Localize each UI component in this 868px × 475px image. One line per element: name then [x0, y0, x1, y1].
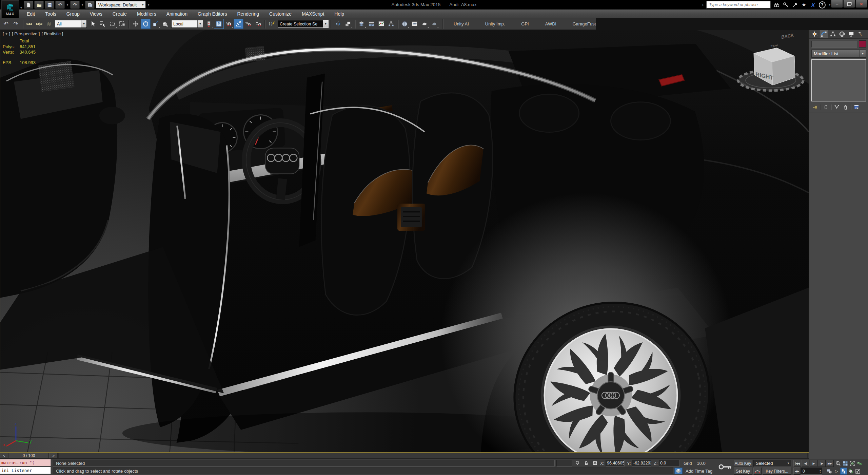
- y-coord-field[interactable]: -62.822937: [632, 460, 651, 467]
- rectangular-selection-region-button[interactable]: [107, 19, 117, 29]
- key-mode-toggle-button[interactable]: ◀▶: [793, 468, 800, 475]
- configure-modifier-sets-button[interactable]: [853, 104, 860, 111]
- infocenter-collapse-icon[interactable]: ▸: [702, 3, 704, 6]
- render-production-button[interactable]: [419, 19, 429, 29]
- field-of-view-button[interactable]: ▷: [833, 468, 840, 475]
- custom-button-awdi[interactable]: AWDi: [537, 21, 565, 26]
- app-menu-caret-icon[interactable]: ▼: [20, 6, 23, 10]
- reference-coordinate-dropdown[interactable]: Local ▼: [171, 20, 203, 28]
- auto-key-button[interactable]: Auto Key: [734, 460, 752, 467]
- z-coord-field[interactable]: 0.0: [659, 460, 680, 467]
- menu-animation[interactable]: Animation: [161, 10, 193, 18]
- menu-views[interactable]: Views: [85, 10, 107, 18]
- tab-utilities[interactable]: [856, 30, 865, 38]
- percent-snap-toggle-button[interactable]: %: [243, 19, 253, 29]
- search-binoculars-icon[interactable]: [773, 1, 780, 8]
- key-filter-scope-dropdown[interactable]: Selected ▼: [753, 460, 791, 467]
- viewcube-back-label[interactable]: BACK: [782, 34, 794, 40]
- angle-snap-toggle-button[interactable]: [234, 19, 243, 29]
- time-configuration-button[interactable]: [826, 468, 833, 475]
- keyboard-shortcut-override-button[interactable]: [214, 19, 224, 29]
- sign-in-key-icon[interactable]: [782, 1, 789, 8]
- edit-named-selection-sets-button[interactable]: { }: [267, 19, 277, 29]
- selection-filter-dropdown[interactable]: All ▼: [55, 20, 87, 28]
- make-unique-button[interactable]: [833, 104, 841, 111]
- viewport-scene-audi-a8[interactable]: [0, 30, 809, 452]
- viewcube-top-label[interactable]: TOP: [771, 44, 778, 48]
- object-color-swatch[interactable]: [859, 40, 866, 48]
- object-name-field[interactable]: [811, 41, 857, 48]
- set-key-button[interactable]: Set Key: [734, 468, 752, 475]
- search-input[interactable]: [708, 2, 769, 7]
- undo-history-caret-icon[interactable]: ▼: [66, 1, 69, 8]
- key-filters-button[interactable]: Key Filters...: [763, 468, 791, 475]
- next-frame-button[interactable]: >: [50, 453, 58, 458]
- render-iterative-button[interactable]: [429, 19, 439, 29]
- tab-motion[interactable]: [837, 30, 847, 38]
- open-file-button[interactable]: [34, 1, 44, 9]
- default-tangent-button[interactable]: [753, 468, 762, 475]
- search-field[interactable]: [706, 1, 771, 8]
- render-setup-button[interactable]: [400, 19, 410, 29]
- zoom-button[interactable]: [835, 460, 842, 467]
- menu-customize[interactable]: Customize: [264, 10, 297, 18]
- favorites-star-icon[interactable]: ★: [801, 1, 807, 8]
- zoom-all-button[interactable]: [842, 460, 849, 467]
- x-coord-field[interactable]: 96.486053: [606, 460, 625, 467]
- viewcube[interactable]: RIGHT BACK TOP: [734, 34, 809, 101]
- add-time-tag[interactable]: Add Time Tag: [686, 468, 712, 474]
- next-frame-playback-button[interactable]: |▶: [818, 460, 826, 467]
- redo-toolbar-button[interactable]: ↷: [11, 19, 21, 29]
- go-to-end-button[interactable]: ▶▶|: [826, 460, 834, 467]
- select-and-scale-button[interactable]: [151, 19, 160, 29]
- undo-button[interactable]: ↶: [55, 1, 65, 9]
- menu-maxscript[interactable]: MAXScript: [297, 10, 329, 18]
- perspective-viewport[interactable]: [ + ] [ Perspective ] [ Realistic ] Tota…: [0, 30, 809, 453]
- menu-modifiers[interactable]: Modifiers: [132, 10, 161, 18]
- menu-rendering[interactable]: Rendering: [232, 10, 264, 18]
- modifier-stack-list[interactable]: [811, 59, 866, 101]
- custom-button-gpi[interactable]: GPI: [513, 21, 537, 26]
- layer-manager-button[interactable]: [357, 19, 367, 29]
- selection-lock-icon[interactable]: [583, 460, 590, 467]
- spinner-snap-toggle-button[interactable]: [253, 19, 263, 29]
- orbit-button[interactable]: [847, 468, 854, 475]
- select-and-move-button[interactable]: [131, 19, 141, 29]
- mirror-button[interactable]: [333, 19, 343, 29]
- zoom-extents-selected-button[interactable]: [849, 460, 856, 467]
- help-icon[interactable]: ?: [819, 1, 826, 8]
- curve-editor-button[interactable]: [376, 19, 386, 29]
- qat-customize-caret-icon[interactable]: ▼: [147, 1, 150, 8]
- set-keys-button[interactable]: [717, 460, 733, 474]
- redo-history-caret-icon[interactable]: ▼: [81, 1, 84, 8]
- tab-hierarchy[interactable]: [828, 30, 837, 38]
- new-scene-button[interactable]: [24, 1, 33, 9]
- zoom-extents-all-button[interactable]: [856, 460, 863, 467]
- current-frame-field[interactable]: 0 ▲▼: [801, 468, 822, 475]
- tab-display[interactable]: [847, 30, 856, 38]
- modifier-list-dropdown[interactable]: Modifier List ▼: [811, 50, 866, 58]
- window-crossing-toggle-button[interactable]: [117, 19, 127, 29]
- workspace-selector[interactable]: Workspace: Default ▼: [96, 1, 146, 8]
- previous-frame-playback-button[interactable]: ◀|: [802, 460, 809, 467]
- remove-modifier-button[interactable]: [842, 104, 849, 111]
- align-button[interactable]: [343, 19, 353, 29]
- isolate-selection-toggle-icon[interactable]: [674, 468, 683, 474]
- graphite-ribbon-toggle-button[interactable]: [367, 19, 376, 29]
- track-bar[interactable]: [58, 453, 808, 458]
- menu-group[interactable]: Group: [61, 10, 85, 18]
- custom-button-unity-imp-[interactable]: Unity Imp.: [477, 21, 513, 26]
- maximize-viewport-toggle-button[interactable]: [854, 468, 861, 475]
- maxscript-mini-listener[interactable]: ini Listener: [0, 467, 51, 474]
- tab-create[interactable]: [810, 30, 819, 38]
- absolute-offset-mode-icon[interactable]: [591, 460, 599, 467]
- play-animation-button[interactable]: ▶: [810, 460, 817, 467]
- schematic-view-button[interactable]: [386, 19, 396, 29]
- viewport-menu-general[interactable]: [ + ]: [3, 31, 10, 36]
- adaptive-degradation-icon[interactable]: [574, 460, 581, 467]
- bind-to-space-warp-button[interactable]: ≋: [44, 19, 54, 29]
- go-to-start-button[interactable]: |◀◀: [793, 460, 801, 467]
- communication-center-icon[interactable]: [791, 1, 798, 8]
- viewport-menu-pov[interactable]: [ Perspective ]: [12, 31, 40, 36]
- menu-graph-editors[interactable]: Graph Editors: [193, 10, 232, 18]
